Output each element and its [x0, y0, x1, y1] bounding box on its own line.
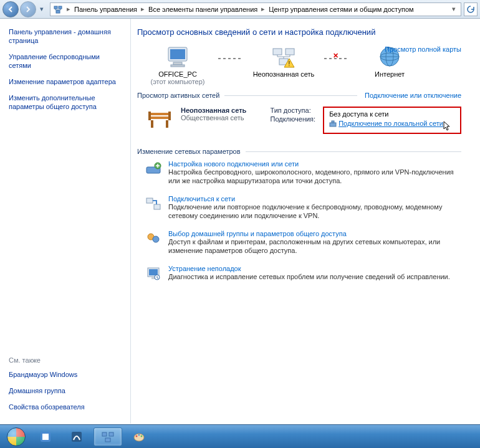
active-networks-header: Просмотр активных сетей Подключение или … — [137, 92, 461, 99]
network-props-labels: Тип доступа: Подключения: — [270, 107, 315, 134]
svg-rect-7 — [273, 49, 282, 55]
task-troubleshoot: Устранение неполадок Диагностика и испра… — [137, 265, 461, 282]
network-map: Просмотр полной карты OFFICE_PC (этот ко… — [137, 44, 461, 85]
task-desc: Подключение или повторное подключение к … — [168, 203, 461, 220]
task-link[interactable]: Настройка нового подключения или сети — [168, 160, 299, 168]
map-pc-sub: (этот компьютер) — [137, 78, 218, 85]
network-center-icon — [53, 4, 63, 14]
svg-point-41 — [136, 435, 138, 437]
task-connect: Подключиться к сети Подключение или повт… — [137, 195, 461, 220]
homegroup-icon — [145, 230, 162, 247]
troubleshoot-icon — [145, 265, 162, 282]
new-connection-icon — [145, 160, 162, 178]
lan-adapter-icon — [329, 120, 337, 128]
active-network-info[interactable]: Неопознанная сеть Общественная сеть — [181, 107, 246, 122]
address-dropdown[interactable]: ▾ — [449, 5, 458, 13]
breadcrumb-seg-3[interactable]: Центр управления сетями и общим доступом — [266, 6, 416, 13]
active-network-row: Неопознанная сеть Общественная сеть Тип … — [137, 104, 461, 141]
svg-rect-20 — [148, 112, 151, 120]
sidebar-link-wireless[interactable]: Управление беспроводными сетями — [9, 52, 122, 70]
map-connector: ✕ — [324, 58, 349, 59]
svg-rect-22 — [330, 123, 336, 126]
svg-point-29 — [153, 236, 159, 242]
section-title: Изменение сетевых параметров — [137, 148, 241, 155]
see-also-firewall[interactable]: Брандмауэр Windows — [9, 370, 122, 379]
connect-network-icon — [145, 195, 162, 212]
highlight-box: Без доступа к сети Подключение по локаль… — [323, 107, 461, 134]
chevron-right-icon[interactable]: ▸ — [260, 5, 266, 13]
task-desc: Настройка беспроводного, широкополосного… — [168, 168, 461, 185]
address-bar[interactable]: ▸ Панель управления ▸ Все элементы панел… — [50, 2, 461, 16]
map-unknown-label: Неопознанная сеть — [243, 70, 324, 78]
svg-rect-0 — [54, 6, 57, 9]
svg-rect-17 — [150, 117, 170, 119]
svg-text:!: ! — [289, 60, 290, 67]
map-item-pc[interactable]: OFFICE_PC (этот компьютер) — [137, 44, 218, 85]
task-desc: Доступ к файлам и принтерам, расположенн… — [168, 237, 461, 255]
see-also-homegroup[interactable]: Домашняя группа — [9, 386, 122, 395]
forward-button[interactable] — [20, 1, 36, 17]
svg-rect-21 — [168, 112, 171, 120]
taskbar — [0, 424, 480, 448]
see-also-browser-props[interactable]: Свойства обозревателя — [9, 403, 122, 411]
chevron-right-icon[interactable]: ▸ — [140, 5, 146, 13]
breadcrumb-seg-2[interactable]: Все элементы панели управления — [146, 6, 260, 13]
svg-rect-23 — [332, 121, 334, 123]
task-desc: Диагностика и исправление сетевых пробле… — [168, 272, 450, 281]
change-settings-header: Изменение сетевых параметров — [137, 148, 461, 155]
task-link[interactable]: Выбор домашней группы и параметров общег… — [168, 230, 347, 237]
svg-rect-18 — [151, 120, 153, 128]
svg-rect-4 — [170, 49, 185, 59]
lan-connection-link[interactable]: Подключение по локальной сети — [338, 120, 443, 127]
svg-rect-38 — [109, 432, 113, 436]
connect-disconnect-link[interactable]: Подключение или отключение — [365, 92, 461, 99]
section-title: Просмотр активных сетей — [137, 92, 219, 99]
page-title: Просмотр основных сведений о сети и наст… — [137, 27, 461, 37]
taskbar-app-paint[interactable] — [125, 427, 153, 446]
network-type: Общественная сеть — [181, 114, 246, 122]
back-button[interactable] — [2, 1, 19, 17]
task-link[interactable]: Подключиться к сети — [168, 195, 235, 203]
svg-point-43 — [141, 435, 143, 437]
sidebar-link-adapter[interactable]: Изменение параметров адаптера — [9, 77, 122, 86]
map-pc-name: OFFICE_PC — [137, 70, 218, 78]
see-also-header: См. также — [9, 356, 122, 364]
full-map-link[interactable]: Просмотр полной карты — [385, 45, 461, 53]
svg-rect-5 — [173, 62, 182, 65]
content-area: Просмотр основных сведений о сети и наст… — [131, 19, 480, 424]
svg-rect-16 — [150, 113, 170, 115]
map-connector — [218, 58, 243, 59]
start-button[interactable] — [4, 427, 29, 447]
svg-rect-2 — [56, 11, 60, 13]
taskbar-app-2[interactable] — [62, 427, 91, 446]
network-name: Неопознанная сеть — [181, 107, 246, 114]
access-type-value: Без доступа к сети — [329, 110, 455, 118]
svg-rect-39 — [105, 438, 110, 442]
svg-point-42 — [138, 434, 140, 436]
network-warn-icon: ! — [243, 44, 324, 69]
svg-rect-31 — [149, 269, 158, 275]
chevron-right-icon[interactable]: ▸ — [65, 5, 72, 13]
svg-rect-35 — [42, 434, 49, 440]
task-homegroup: Выбор домашней группы и параметров общег… — [137, 230, 461, 255]
computer-icon — [137, 44, 218, 69]
svg-rect-6 — [171, 65, 185, 67]
sidebar-home-link[interactable]: Панель управления - домашняя страница — [9, 27, 122, 45]
sidebar-link-sharing[interactable]: Изменить дополнительные параметры общего… — [9, 93, 122, 111]
task-link[interactable]: Устранение неполадок — [168, 265, 241, 272]
svg-rect-26 — [146, 198, 153, 203]
breadcrumb-seg-1[interactable]: Панель управления — [72, 6, 140, 13]
cursor-icon — [445, 118, 455, 130]
svg-rect-37 — [102, 432, 107, 436]
nav-history-dropdown[interactable]: ▾ — [37, 3, 46, 16]
sidebar: Панель управления - домашняя страница Уп… — [0, 19, 131, 424]
svg-rect-19 — [166, 120, 168, 128]
connection-broken-icon: ✕ — [333, 52, 338, 60]
svg-rect-27 — [154, 204, 160, 209]
refresh-button[interactable] — [464, 2, 478, 16]
map-internet-label: Интернет — [349, 70, 430, 78]
map-item-unknown[interactable]: ! Неопознанная сеть — [243, 44, 324, 78]
svg-rect-1 — [59, 6, 62, 9]
taskbar-app-control-panel[interactable] — [94, 427, 122, 446]
taskbar-app-1[interactable] — [31, 427, 60, 446]
